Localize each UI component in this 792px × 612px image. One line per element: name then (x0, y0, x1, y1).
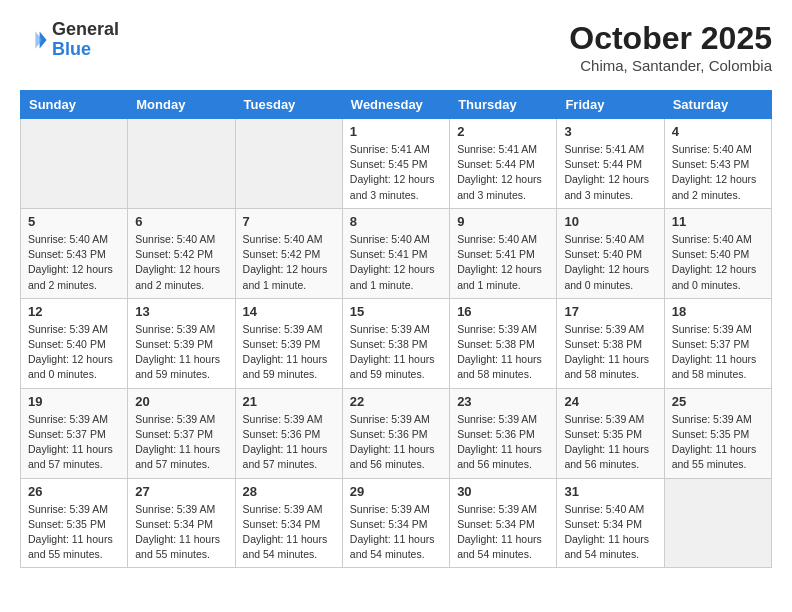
calendar-cell: 4Sunrise: 5:40 AMSunset: 5:43 PMDaylight… (664, 119, 771, 209)
weekday-header: Monday (128, 91, 235, 119)
calendar-cell: 8Sunrise: 5:40 AMSunset: 5:41 PMDaylight… (342, 208, 449, 298)
logo-general: General (52, 20, 119, 40)
day-number: 25 (672, 394, 764, 409)
weekday-header: Tuesday (235, 91, 342, 119)
day-number: 18 (672, 304, 764, 319)
day-number: 22 (350, 394, 442, 409)
day-number: 9 (457, 214, 549, 229)
day-number: 23 (457, 394, 549, 409)
logo: General Blue (20, 20, 119, 60)
calendar-cell: 19Sunrise: 5:39 AMSunset: 5:37 PMDayligh… (21, 388, 128, 478)
day-number: 10 (564, 214, 656, 229)
day-info: Sunrise: 5:40 AMSunset: 5:42 PMDaylight:… (135, 232, 227, 293)
calendar-week-row: 5Sunrise: 5:40 AMSunset: 5:43 PMDaylight… (21, 208, 772, 298)
day-number: 30 (457, 484, 549, 499)
day-info: Sunrise: 5:39 AMSunset: 5:34 PMDaylight:… (350, 502, 442, 563)
day-number: 1 (350, 124, 442, 139)
day-number: 12 (28, 304, 120, 319)
weekday-header: Wednesday (342, 91, 449, 119)
day-number: 2 (457, 124, 549, 139)
calendar-cell: 22Sunrise: 5:39 AMSunset: 5:36 PMDayligh… (342, 388, 449, 478)
calendar-cell: 18Sunrise: 5:39 AMSunset: 5:37 PMDayligh… (664, 298, 771, 388)
calendar-table: SundayMondayTuesdayWednesdayThursdayFrid… (20, 90, 772, 568)
day-number: 21 (243, 394, 335, 409)
day-number: 27 (135, 484, 227, 499)
day-info: Sunrise: 5:40 AMSunset: 5:40 PMDaylight:… (564, 232, 656, 293)
calendar-cell: 10Sunrise: 5:40 AMSunset: 5:40 PMDayligh… (557, 208, 664, 298)
weekday-header: Thursday (450, 91, 557, 119)
weekday-header-row: SundayMondayTuesdayWednesdayThursdayFrid… (21, 91, 772, 119)
day-info: Sunrise: 5:40 AMSunset: 5:40 PMDaylight:… (672, 232, 764, 293)
calendar-cell: 23Sunrise: 5:39 AMSunset: 5:36 PMDayligh… (450, 388, 557, 478)
calendar-cell: 24Sunrise: 5:39 AMSunset: 5:35 PMDayligh… (557, 388, 664, 478)
calendar-cell: 14Sunrise: 5:39 AMSunset: 5:39 PMDayligh… (235, 298, 342, 388)
day-info: Sunrise: 5:39 AMSunset: 5:34 PMDaylight:… (243, 502, 335, 563)
weekday-header: Sunday (21, 91, 128, 119)
logo-blue: Blue (52, 40, 119, 60)
day-info: Sunrise: 5:40 AMSunset: 5:41 PMDaylight:… (457, 232, 549, 293)
calendar-cell (664, 478, 771, 568)
day-number: 7 (243, 214, 335, 229)
calendar-cell: 1Sunrise: 5:41 AMSunset: 5:45 PMDaylight… (342, 119, 449, 209)
day-info: Sunrise: 5:39 AMSunset: 5:38 PMDaylight:… (350, 322, 442, 383)
calendar-week-row: 19Sunrise: 5:39 AMSunset: 5:37 PMDayligh… (21, 388, 772, 478)
calendar-cell: 3Sunrise: 5:41 AMSunset: 5:44 PMDaylight… (557, 119, 664, 209)
day-number: 26 (28, 484, 120, 499)
weekday-header: Saturday (664, 91, 771, 119)
day-number: 5 (28, 214, 120, 229)
calendar-cell (235, 119, 342, 209)
day-info: Sunrise: 5:39 AMSunset: 5:37 PMDaylight:… (28, 412, 120, 473)
day-info: Sunrise: 5:39 AMSunset: 5:35 PMDaylight:… (672, 412, 764, 473)
day-number: 6 (135, 214, 227, 229)
day-info: Sunrise: 5:39 AMSunset: 5:39 PMDaylight:… (243, 322, 335, 383)
calendar-cell: 16Sunrise: 5:39 AMSunset: 5:38 PMDayligh… (450, 298, 557, 388)
day-number: 15 (350, 304, 442, 319)
calendar-cell: 30Sunrise: 5:39 AMSunset: 5:34 PMDayligh… (450, 478, 557, 568)
calendar-cell: 31Sunrise: 5:40 AMSunset: 5:34 PMDayligh… (557, 478, 664, 568)
logo-icon (20, 26, 48, 54)
day-info: Sunrise: 5:39 AMSunset: 5:40 PMDaylight:… (28, 322, 120, 383)
calendar-cell: 6Sunrise: 5:40 AMSunset: 5:42 PMDaylight… (128, 208, 235, 298)
day-number: 28 (243, 484, 335, 499)
day-number: 16 (457, 304, 549, 319)
day-info: Sunrise: 5:39 AMSunset: 5:38 PMDaylight:… (564, 322, 656, 383)
day-number: 19 (28, 394, 120, 409)
day-info: Sunrise: 5:39 AMSunset: 5:37 PMDaylight:… (135, 412, 227, 473)
calendar-cell: 28Sunrise: 5:39 AMSunset: 5:34 PMDayligh… (235, 478, 342, 568)
day-info: Sunrise: 5:40 AMSunset: 5:43 PMDaylight:… (672, 142, 764, 203)
day-info: Sunrise: 5:39 AMSunset: 5:34 PMDaylight:… (135, 502, 227, 563)
calendar-cell: 21Sunrise: 5:39 AMSunset: 5:36 PMDayligh… (235, 388, 342, 478)
page-header: General Blue October 2025 Chima, Santand… (20, 20, 772, 74)
calendar-week-row: 26Sunrise: 5:39 AMSunset: 5:35 PMDayligh… (21, 478, 772, 568)
calendar-cell: 29Sunrise: 5:39 AMSunset: 5:34 PMDayligh… (342, 478, 449, 568)
day-info: Sunrise: 5:41 AMSunset: 5:44 PMDaylight:… (564, 142, 656, 203)
day-number: 14 (243, 304, 335, 319)
day-number: 17 (564, 304, 656, 319)
calendar-cell: 26Sunrise: 5:39 AMSunset: 5:35 PMDayligh… (21, 478, 128, 568)
day-info: Sunrise: 5:40 AMSunset: 5:41 PMDaylight:… (350, 232, 442, 293)
month-title: October 2025 (569, 20, 772, 57)
calendar-cell: 7Sunrise: 5:40 AMSunset: 5:42 PMDaylight… (235, 208, 342, 298)
calendar-cell: 25Sunrise: 5:39 AMSunset: 5:35 PMDayligh… (664, 388, 771, 478)
weekday-header: Friday (557, 91, 664, 119)
calendar-cell: 13Sunrise: 5:39 AMSunset: 5:39 PMDayligh… (128, 298, 235, 388)
day-info: Sunrise: 5:40 AMSunset: 5:43 PMDaylight:… (28, 232, 120, 293)
calendar-week-row: 12Sunrise: 5:39 AMSunset: 5:40 PMDayligh… (21, 298, 772, 388)
day-info: Sunrise: 5:40 AMSunset: 5:34 PMDaylight:… (564, 502, 656, 563)
day-number: 4 (672, 124, 764, 139)
day-info: Sunrise: 5:39 AMSunset: 5:36 PMDaylight:… (350, 412, 442, 473)
day-number: 20 (135, 394, 227, 409)
day-number: 29 (350, 484, 442, 499)
calendar-cell (21, 119, 128, 209)
day-info: Sunrise: 5:39 AMSunset: 5:39 PMDaylight:… (135, 322, 227, 383)
title-block: October 2025 Chima, Santander, Colombia (569, 20, 772, 74)
calendar-cell: 20Sunrise: 5:39 AMSunset: 5:37 PMDayligh… (128, 388, 235, 478)
calendar-week-row: 1Sunrise: 5:41 AMSunset: 5:45 PMDaylight… (21, 119, 772, 209)
calendar-cell (128, 119, 235, 209)
logo-text: General Blue (52, 20, 119, 60)
calendar-cell: 17Sunrise: 5:39 AMSunset: 5:38 PMDayligh… (557, 298, 664, 388)
calendar-cell: 12Sunrise: 5:39 AMSunset: 5:40 PMDayligh… (21, 298, 128, 388)
day-info: Sunrise: 5:40 AMSunset: 5:42 PMDaylight:… (243, 232, 335, 293)
calendar-cell: 15Sunrise: 5:39 AMSunset: 5:38 PMDayligh… (342, 298, 449, 388)
day-number: 13 (135, 304, 227, 319)
